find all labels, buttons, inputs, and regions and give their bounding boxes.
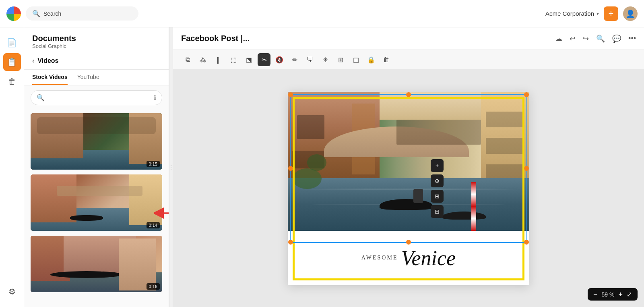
- cloud-save-icon[interactable]: ☁: [555, 34, 562, 43]
- document-title: Facebook Post |...: [181, 34, 250, 43]
- top-navigation: 🔍 Acme Corporation ▾ + 👤: [0, 0, 644, 27]
- video-thumb-1[interactable]: 0:15: [31, 113, 162, 170]
- nav-documents[interactable]: 📄: [3, 34, 21, 52]
- nav-templates[interactable]: 📋: [3, 53, 21, 71]
- video-duration-3: 0:16: [147, 283, 160, 290]
- canvas-toolbar: Facebook Post |... ☁ ↩ ↪ 🔍 💬 •••: [173, 27, 644, 50]
- main-layout: 📄 📋 🗑 ⚙ Documents Social Graphic ‹ Video…: [0, 27, 644, 307]
- text-area-element[interactable]: AWESOME Venice: [288, 231, 529, 285]
- crop-tool[interactable]: ⬚: [227, 53, 240, 66]
- template-icon: 📋: [7, 57, 17, 67]
- copy-tool[interactable]: ⧉: [181, 53, 194, 66]
- video-thumb-3[interactable]: 0:16: [31, 236, 162, 292]
- canvas-stage[interactable]: + ⊕ ⊞ ⊟: [173, 70, 644, 307]
- lock-tool[interactable]: 🔒: [365, 53, 378, 66]
- canvas-right-tools: ☁ ↩ ↪ 🔍 💬 •••: [555, 34, 636, 43]
- sidebar-tabs: Stock Videos YouTube: [24, 70, 169, 85]
- video-duration-2: 0:14: [147, 222, 160, 228]
- video-search-section: 🔍 venice ℹ: [24, 85, 169, 110]
- avatar[interactable]: 👤: [623, 6, 638, 21]
- zoom-in-button[interactable]: +: [618, 291, 623, 298]
- nav-trash[interactable]: 🗑: [3, 73, 21, 90]
- effects-tool[interactable]: ✳: [319, 53, 332, 66]
- canvas-area: Facebook Post |... ☁ ↩ ↪ 🔍 💬 ••• ⧉ ⁂ ‖ ⬚…: [173, 27, 644, 307]
- video-thumb-2[interactable]: 0:14: [31, 174, 162, 231]
- zoom-fit-button[interactable]: ⤢: [627, 290, 632, 298]
- settings-button[interactable]: ⚙: [3, 283, 21, 301]
- back-button[interactable]: ‹: [32, 57, 34, 64]
- transform-tool[interactable]: ⬔: [242, 53, 255, 66]
- align-tool[interactable]: ‖: [212, 53, 225, 66]
- search-icon: 🔍: [32, 10, 40, 17]
- canvas-document[interactable]: AWESOME Venice: [288, 92, 529, 285]
- video-search-bar[interactable]: 🔍 venice ℹ: [31, 90, 162, 105]
- comments-icon[interactable]: 💬: [612, 34, 621, 43]
- left-floating-tools: + ⊕ ⊞ ⊟: [431, 159, 444, 218]
- video-search-input[interactable]: venice: [48, 95, 151, 101]
- more-options-icon[interactable]: •••: [628, 34, 636, 43]
- sidebar-header: Documents Social Graphic: [24, 27, 169, 52]
- speech-bubble-tool[interactable]: 🗨: [303, 53, 316, 66]
- timeline-button[interactable]: ⊟: [431, 205, 444, 218]
- video-results-list: 0:15 0:14: [24, 110, 169, 307]
- element-toolbar: ⧉ ⁂ ‖ ⬚ ⬔ ✂ 🔇 ✏ 🗨 ✳ ⊞ ◫ 🔒 🗑: [173, 50, 644, 70]
- global-search-bar[interactable]: 🔍: [26, 6, 138, 21]
- sidebar-panel: Documents Social Graphic ‹ Videos Stock …: [24, 27, 169, 307]
- app-logo: [6, 6, 21, 21]
- awesome-label: AWESOME: [361, 255, 398, 261]
- undo-icon[interactable]: ↩: [570, 34, 576, 43]
- zoom-percent-label: 59 %: [602, 291, 615, 298]
- trash-icon: 🗑: [8, 77, 16, 86]
- mute-tool[interactable]: 🔇: [273, 53, 286, 66]
- tab-stock-videos[interactable]: Stock Videos: [32, 70, 68, 85]
- grid-element-button[interactable]: ⊞: [431, 190, 444, 203]
- layers-tool[interactable]: ◫: [349, 53, 362, 66]
- zoom-out-button[interactable]: −: [593, 291, 598, 298]
- gear-icon: ⚙: [8, 287, 16, 297]
- scissors-tool[interactable]: ✂: [258, 53, 270, 66]
- sidebar-title: Documents: [32, 34, 161, 43]
- select-transform-tool[interactable]: ⁂: [196, 53, 209, 66]
- search-input[interactable]: [43, 10, 132, 17]
- video-thumb-2-container: 0:14: [31, 174, 162, 231]
- videos-title-label: Videos: [37, 57, 58, 64]
- video-duration-1: 0:15: [147, 161, 160, 167]
- resize-element-button[interactable]: ⊕: [431, 174, 444, 187]
- add-element-button[interactable]: +: [431, 159, 444, 172]
- zoom-search-icon[interactable]: 🔍: [596, 34, 605, 43]
- company-selector[interactable]: Acme Corporation ▾: [545, 10, 599, 17]
- delete-tool[interactable]: 🗑: [380, 53, 393, 66]
- grid-tool[interactable]: ⊞: [334, 53, 347, 66]
- company-name-label: Acme Corporation: [545, 10, 594, 17]
- venice-script-text: Venice: [401, 246, 456, 270]
- add-button[interactable]: +: [604, 6, 618, 21]
- resize-handle[interactable]: [169, 27, 173, 307]
- redo-icon[interactable]: ↪: [583, 34, 589, 43]
- videos-section-header: ‹ Videos: [24, 52, 169, 70]
- zoom-bar: − 59 % + ⤢: [588, 288, 638, 301]
- search-icon: 🔍: [37, 94, 45, 102]
- draw-tool[interactable]: ✏: [288, 53, 301, 66]
- sidebar-subtitle: Social Graphic: [32, 43, 161, 49]
- chevron-down-icon: ▾: [597, 11, 599, 17]
- tab-youtube[interactable]: YouTube: [77, 70, 99, 85]
- document-icon: 📄: [7, 38, 17, 48]
- icon-navigation: 📄 📋 🗑 ⚙: [0, 27, 24, 307]
- info-icon[interactable]: ℹ: [154, 94, 156, 102]
- venice-image-element[interactable]: [288, 92, 529, 231]
